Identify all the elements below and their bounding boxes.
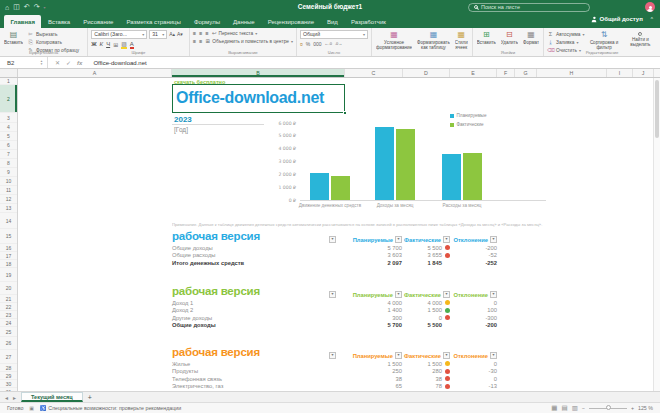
row-header-21[interactable]: 21 [0, 295, 17, 303]
row-header-9[interactable]: 9 [0, 168, 17, 177]
row-header-26[interactable]: 26 [0, 337, 17, 350]
page-layout-view-icon[interactable]: ▤ [561, 404, 567, 412]
zoom-out-icon[interactable]: − [582, 405, 585, 411]
row-header-14[interactable]: 14 [0, 213, 17, 229]
tab-Рисование[interactable]: Рисование [77, 15, 120, 28]
row-header-7[interactable]: 7 [0, 150, 17, 159]
tab-Данные[interactable]: Данные [226, 15, 261, 28]
row-header-16[interactable]: 16 [0, 244, 17, 252]
row-header-3[interactable]: 3 [0, 113, 17, 123]
cell-styles-button[interactable]: ▦ Стили ячеек [454, 30, 469, 50]
share-button[interactable]: Общий доступ ⌃ [591, 16, 654, 23]
bar-Фактические-Расходы за месяц[interactable] [463, 153, 482, 200]
budget-bar-chart[interactable]: 6 000 ₽5 000 ₽4 000 ₽3 000 ₽2 000 ₽1 000… [262, 112, 550, 215]
zoom-level[interactable]: 125 % [638, 405, 653, 411]
column-header-D[interactable]: D [403, 69, 450, 77]
filter-button[interactable]: ▼ [490, 352, 497, 359]
shrink-font-icon[interactable]: А▾ [177, 31, 183, 37]
row-header-6[interactable]: 6 [0, 141, 17, 150]
insert-function-icon[interactable]: fx [77, 60, 82, 66]
font-color-icon[interactable]: А [130, 41, 134, 47]
row-header-25[interactable]: 25 [0, 327, 17, 337]
align-bottom-icon[interactable]: ≡ [205, 30, 208, 36]
tab-Формулы[interactable]: Формулы [187, 15, 226, 28]
table-row[interactable]: Общие доходы5 7005 500-200 [172, 244, 497, 252]
row-header-1[interactable]: 1 [0, 78, 17, 85]
filter-button[interactable]: ▼ [395, 236, 402, 243]
conditional-formatting-button[interactable]: ▦ Условное форматирование [375, 30, 413, 50]
grow-font-icon[interactable]: А▴ [169, 31, 175, 37]
filter-button[interactable]: ▼ [395, 291, 402, 298]
tab-Разметка страницы[interactable]: Разметка страницы [120, 15, 187, 28]
sheet-tab-current-month[interactable]: Текущий месяц [21, 392, 83, 402]
name-box[interactable]: B2 ▲▼ [0, 57, 48, 68]
column-header-C[interactable]: C [345, 69, 403, 77]
font-name-select[interactable]: Calibri (Заго...▾ [91, 30, 147, 39]
bar-Фактические-Движение денежных средств[interactable] [331, 176, 350, 200]
find-select-button[interactable]: Найти и выделить [624, 30, 657, 47]
autosum-button[interactable]: ΣАвтосумма▾ [547, 31, 584, 37]
copy-button[interactable]: ⎘Копировать [27, 39, 79, 46]
sheet-prev-icon[interactable]: ◂ [5, 394, 8, 401]
row-header-11[interactable]: 11 [0, 186, 17, 195]
column-header-F[interactable]: F [497, 69, 515, 77]
table-row[interactable]: Электричество, газ6578-13 [172, 383, 497, 391]
column-header-B[interactable]: B [172, 69, 345, 77]
filter-button[interactable]: ▼ [443, 291, 450, 298]
comma-format-icon[interactable]: 000 [313, 41, 321, 47]
format-cells-button[interactable]: ▦ Формат [522, 30, 540, 45]
bar-Планируемые-Доходы за месяц[interactable] [375, 127, 394, 200]
confirm-entry-icon[interactable]: ✓ [66, 59, 71, 66]
insert-cells-button[interactable]: ⊞ Вставить [476, 30, 497, 45]
row-header-19[interactable]: 19 [0, 268, 17, 282]
paste-button[interactable]: ▤ Вставить [3, 30, 24, 45]
align-middle-icon[interactable]: ≡ [199, 30, 202, 36]
percent-format-icon[interactable]: % [306, 41, 310, 47]
row-header-28[interactable]: 28 [0, 364, 17, 372]
row-header-10[interactable]: 10 [0, 177, 17, 186]
row-header-15[interactable]: 15 [0, 229, 17, 244]
italic-button[interactable]: К [100, 41, 104, 47]
row-header-5[interactable]: 5 [0, 132, 17, 141]
table-row[interactable]: Доход 21 4001 500100 [172, 307, 497, 315]
currency-format-icon[interactable]: ¤ [300, 41, 303, 47]
filter-button[interactable]: ▼ [395, 352, 402, 359]
row-header-30[interactable]: 30 [0, 380, 17, 388]
accessibility-status[interactable]: ♿ Специальные возможности: проверьте рек… [40, 405, 181, 411]
align-center-icon[interactable]: ≡ [199, 38, 202, 44]
tab-Разработчик[interactable]: Разработчик [344, 15, 392, 28]
row-header-24[interactable]: 24 [0, 319, 17, 327]
table-row[interactable]: Телефонная связь38380 [172, 375, 497, 383]
filter-button[interactable]: ▼ [443, 352, 450, 359]
row-header-8[interactable]: 8 [0, 159, 17, 168]
row-header-31[interactable]: 31 [0, 388, 17, 391]
select-all-corner[interactable] [0, 69, 18, 77]
zoom-slider-knob[interactable] [606, 405, 611, 410]
delete-cells-button[interactable]: ⊟ Удалить [500, 30, 519, 45]
borders-icon[interactable]: ⊞ [113, 41, 118, 48]
column-header-I[interactable]: I [607, 69, 633, 77]
table-row[interactable]: Доход 14 0004 0000 [172, 299, 497, 307]
table-row[interactable]: Общие доходы5 7005 500-200 [172, 322, 497, 330]
row-header-12[interactable]: 12 [0, 195, 17, 204]
column-header-G[interactable]: G [515, 69, 537, 77]
fill-color-icon[interactable]: ▨ [121, 41, 127, 47]
tab-Главная[interactable]: Главная [4, 15, 41, 28]
align-left-icon[interactable]: ≡ [193, 38, 196, 44]
row-header-13[interactable]: 13 [0, 204, 17, 213]
selected-cell-b2[interactable]: Office-download.net [172, 84, 345, 113]
collapse-ribbon-icon[interactable]: ⌃ [650, 16, 654, 22]
column-header-H[interactable]: H [537, 69, 607, 77]
number-format-select[interactable]: Общий▾ [300, 30, 368, 39]
format-as-table-button[interactable]: ▦ Форматировать как таблицу [416, 30, 451, 50]
normal-view-icon[interactable]: ▦ [551, 404, 557, 412]
row-header-17[interactable]: 17 [0, 252, 17, 260]
tab-Вставка[interactable]: Вставка [41, 15, 76, 28]
filter-button[interactable]: ▼ [329, 291, 336, 298]
profile-avatar[interactable] [645, 2, 655, 12]
column-header-A[interactable]: A [18, 69, 172, 77]
row-header-2[interactable]: 2 [0, 85, 17, 113]
tab-Вид[interactable]: Вид [321, 15, 345, 28]
increase-decimal-icon[interactable]: ←.0 [325, 41, 332, 46]
filter-button[interactable]: ▼ [443, 236, 450, 243]
